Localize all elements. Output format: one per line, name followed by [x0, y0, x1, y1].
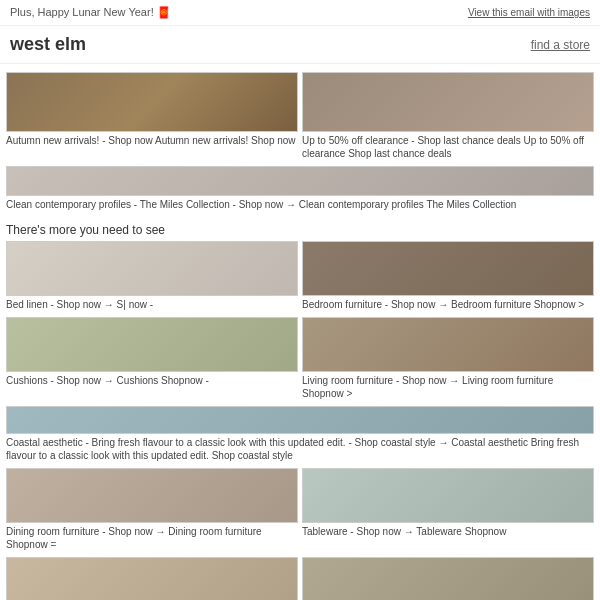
- top-bar: Plus, Happy Lunar New Year! 🧧 View this …: [0, 0, 600, 26]
- banner-tableware[interactable]: Tableware - Shop now → Tableware Shopnow: [302, 468, 594, 553]
- row-miles[interactable]: Clean contemporary profiles - The Miles …: [6, 166, 594, 213]
- main-content: Autumn new arrivals! - Shop now Autumn n…: [0, 64, 600, 600]
- banner-armchairs[interactable]: Armchairs - Shop now → Armchairs Shopnow…: [302, 557, 594, 600]
- row-rugs-armchairs: Rugs - Shop now → Armchairs - Shop now →…: [6, 557, 594, 600]
- dining-label: Dining room furniture - Shop now → Dinin…: [6, 523, 298, 553]
- row-cushions-living: Cushions - Shop now → Cushions Shopnow -…: [6, 317, 594, 402]
- find-store-link[interactable]: find a store: [531, 38, 590, 52]
- bedroom-label: Bedroom furniture - Shop now → Bedroom f…: [302, 296, 594, 313]
- banner-dining[interactable]: Dining room furniture - Shop now → Dinin…: [6, 468, 298, 553]
- banner-autumn[interactable]: Autumn new arrivals! - Shop now Autumn n…: [6, 72, 298, 162]
- banner-living[interactable]: Living room furniture - Shop now → Livin…: [302, 317, 594, 402]
- row-bedlinen-bedroom: Bed linen - Shop now → S| now - Bedroom …: [6, 241, 594, 313]
- coastal-label: Coastal aesthetic - Bring fresh flavour …: [6, 434, 594, 464]
- dining-image: [6, 468, 298, 523]
- logo-link[interactable]: west elm: [10, 34, 86, 55]
- rugs-image: [6, 557, 298, 600]
- bedlinen-image: [6, 241, 298, 296]
- banner-clearance[interactable]: Up to 50% off clearance - Shop last chan…: [302, 72, 594, 162]
- row-coastal[interactable]: Coastal aesthetic - Bring fresh flavour …: [6, 406, 594, 464]
- banner-rugs[interactable]: Rugs - Shop now →: [6, 557, 298, 600]
- banner-bedroom[interactable]: Bedroom furniture - Shop now → Bedroom f…: [302, 241, 594, 313]
- banner-bedlinen[interactable]: Bed linen - Shop now → S| now -: [6, 241, 298, 313]
- tableware-label: Tableware - Shop now → Tableware Shopnow: [302, 523, 594, 540]
- living-image: [302, 317, 594, 372]
- miles-label: Clean contemporary profiles - The Miles …: [6, 196, 594, 213]
- more-heading: There's more you need to see: [6, 219, 594, 241]
- autumn-image: [6, 72, 298, 132]
- row-autumn-clearance: Autumn new arrivals! - Shop now Autumn n…: [6, 72, 594, 162]
- top-bar-left: Plus, Happy Lunar New Year! 🧧: [10, 6, 171, 19]
- living-label: Living room furniture - Shop now → Livin…: [302, 372, 594, 402]
- autumn-label: Autumn new arrivals! - Shop now Autumn n…: [6, 132, 298, 149]
- find-store-text: find a store: [531, 38, 590, 52]
- coastal-image: [6, 406, 594, 434]
- cushions-label: Cushions - Shop now → Cushions Shopnow -: [6, 372, 298, 389]
- header: west elm find a store: [0, 26, 600, 64]
- bedroom-image: [302, 241, 594, 296]
- clearance-image: [302, 72, 594, 132]
- banner-cushions[interactable]: Cushions - Shop now → Cushions Shopnow -: [6, 317, 298, 402]
- armchairs-image: [302, 557, 594, 600]
- clearance-label: Up to 50% off clearance - Shop last chan…: [302, 132, 594, 162]
- bedlinen-label: Bed linen - Shop now → S| now -: [6, 296, 298, 313]
- view-email-link[interactable]: View this email with images: [468, 7, 590, 18]
- logo: west elm: [10, 34, 86, 54]
- tableware-image: [302, 468, 594, 523]
- miles-image: [6, 166, 594, 196]
- cushions-image: [6, 317, 298, 372]
- row-dining-tableware: Dining room furniture - Shop now → Dinin…: [6, 468, 594, 553]
